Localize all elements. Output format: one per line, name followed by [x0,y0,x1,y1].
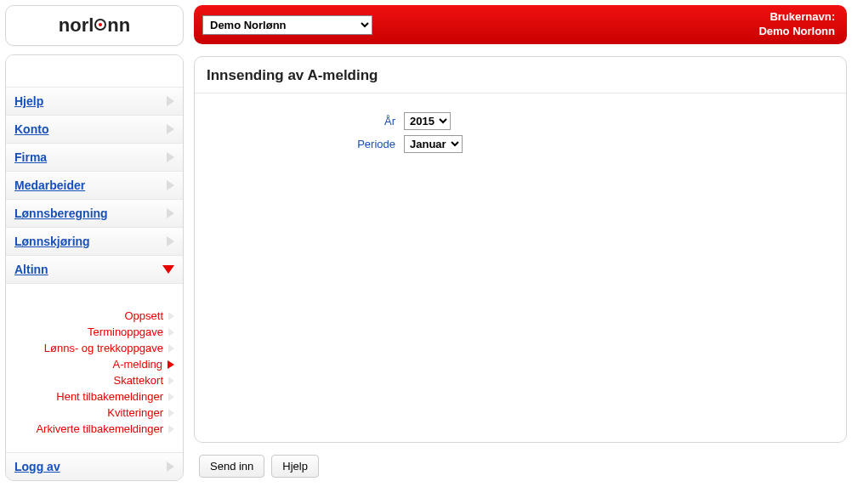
panel-header: Innsending av A-melding [195,57,846,93]
logo-text: norl nn [59,14,130,37]
topbar: Demo Norlønn Brukernavn: Demo Norlonn [194,5,847,44]
submenu-item-label: Terminoppgave [88,326,163,338]
sidebar-item-label: Hjelp [14,94,43,108]
chevron-right-icon [168,312,174,320]
chevron-right-icon [167,462,174,472]
chevron-right-icon [168,409,174,417]
send-inn-button[interactable]: Send inn [199,455,264,478]
chevron-right-icon [168,393,174,401]
logo-o-icon [94,19,106,31]
chevron-right-icon [168,360,174,369]
chevron-down-icon [162,265,174,274]
sidebar-item-label: Konto [14,122,48,136]
sidebar-item-medarbeider[interactable]: Medarbeider [6,172,183,200]
company-selector[interactable]: Demo Norlønn [202,15,372,35]
submenu-item-terminoppgave[interactable]: Terminoppgave [14,324,174,340]
submenu-item-lonns-og-trekkoppgave[interactable]: Lønns- og trekkoppgave [14,340,174,356]
submenu-item-label: Kvitteringer [107,406,163,419]
period-select[interactable]: Januar [404,135,463,153]
sidebar-item-label: Lønnskjøring [14,235,90,248]
period-label: Periode [207,138,395,150]
logo: norl nn [5,5,184,46]
logo-text-before: norl [59,14,94,37]
sidebar-item-altinn[interactable]: Altinn [6,256,183,284]
chevron-right-icon [167,208,174,218]
chevron-right-icon [168,328,174,337]
sidebar-item-label: Medarbeider [14,178,85,192]
main-panel: Innsending av A-melding År 2015 Periode … [194,56,847,443]
sidebar-item-label: Lønnsberegning [14,207,108,220]
sidebar-item-hjelp[interactable]: Hjelp [6,88,183,116]
chevron-right-icon [167,96,174,106]
sidebar-item-firma[interactable]: Firma [6,144,183,172]
chevron-right-icon [168,377,174,385]
submenu-item-label: Lønns- og trekkoppgave [44,342,163,354]
submenu-item-hent-tilbakemeldinger[interactable]: Hent tilbakemeldinger [14,388,174,405]
submenu-item-oppsett[interactable]: Oppsett [14,308,174,324]
sidebar-item-lonnskjoring[interactable]: Lønnskjøring [6,228,183,256]
sidebar: Hjelp Konto Firma Medarbeider Lønnsbereg… [5,54,184,481]
sidebar-item-label: Logg av [14,460,60,473]
submenu-item-kvitteringer[interactable]: Kvitteringer [14,405,174,421]
submenu-item-skattekort[interactable]: Skattekort [14,372,174,388]
page-title: Innsending av A-melding [207,67,834,84]
sidebar-item-label: Firma [14,150,47,164]
sidebar-item-logg-av[interactable]: Logg av [6,453,183,480]
chevron-right-icon [167,180,174,190]
submenu-item-label: Hent tilbakemeldinger [56,390,163,403]
logo-text-after: nn [107,14,130,37]
user-label: Brukernavn: [758,10,835,25]
chevron-right-icon [167,152,174,162]
form-row-year: År 2015 [207,112,834,130]
hjelp-button[interactable]: Hjelp [271,455,319,478]
chevron-right-icon [167,124,174,134]
year-label: År [207,115,395,127]
form-row-period: Periode Januar [207,135,834,153]
submenu-item-label: Arkiverte tilbakemeldinger [36,422,163,435]
chevron-right-icon [167,236,174,246]
bottom-bar: Send inn Hjelp [194,455,847,478]
submenu-item-label: Oppsett [124,309,163,322]
chevron-right-icon [168,425,174,433]
sidebar-spacer [6,55,183,88]
sidebar-item-label: Altinn [14,263,48,276]
user-name: Demo Norlonn [758,25,835,39]
submenu-altinn: Oppsett Terminoppgave Lønns- og trekkopp… [6,284,183,453]
sidebar-item-lonnsberegning[interactable]: Lønnsberegning [6,200,183,228]
panel-body: År 2015 Periode Januar [195,93,846,442]
user-block: Brukernavn: Demo Norlonn [758,10,835,39]
submenu-item-arkiverte-tilbakemeldinger[interactable]: Arkiverte tilbakemeldinger [14,421,174,437]
submenu-item-a-melding[interactable]: A-melding [14,356,174,372]
sidebar-item-konto[interactable]: Konto [6,116,183,144]
chevron-right-icon [168,344,174,353]
year-select[interactable]: 2015 [404,112,451,130]
submenu-item-label: A-melding [112,358,162,371]
submenu-item-label: Skattekort [113,374,163,387]
